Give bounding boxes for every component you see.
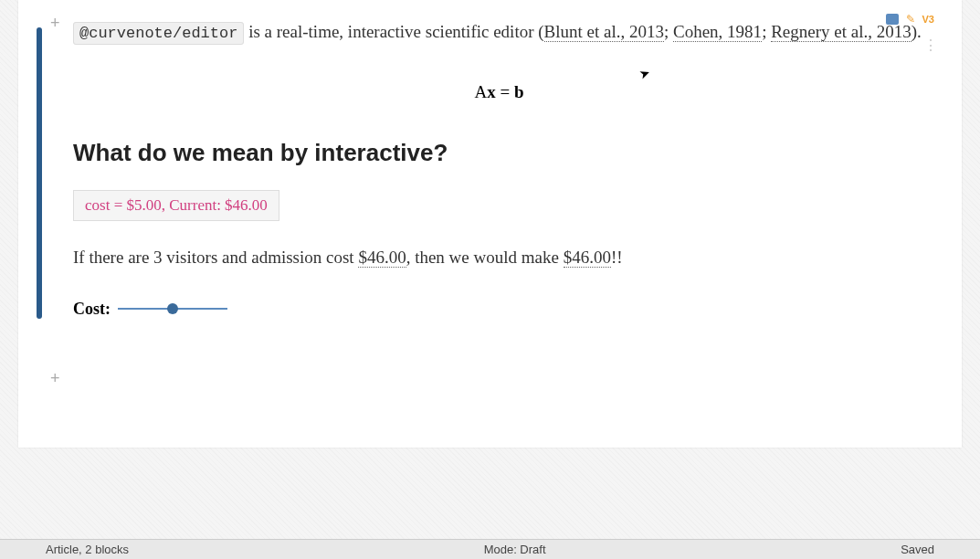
equation-x: x [487, 82, 496, 101]
slider-thumb[interactable] [167, 303, 178, 314]
equation-A: A [474, 82, 487, 101]
citation-1[interactable]: Blunt et al., 2013 [544, 22, 664, 42]
body-paragraph[interactable]: If there are 3 visitors and admission co… [73, 244, 925, 271]
status-left: Article, 2 blocks [46, 543, 129, 556]
status-center: Mode: Draft [484, 543, 546, 556]
slider-row: Cost: [73, 300, 925, 319]
package-code[interactable]: @curvenote/editor [73, 22, 244, 45]
status-bar: Article, 2 blocks Mode: Draft Saved [0, 539, 980, 559]
dynamic-value-revenue[interactable]: $46.00 [564, 248, 611, 268]
add-block-bottom-button[interactable]: + [50, 369, 60, 388]
equation-block[interactable]: Ax = b [73, 82, 925, 102]
cursor-icon: ➤ [637, 64, 652, 82]
citation-3[interactable]: Regnery et al., 2013 [771, 22, 912, 42]
dynamic-value-cost[interactable]: $46.00 [358, 248, 406, 268]
variable-definition-box[interactable]: cost = $5.00, Current: $46.00 [73, 190, 279, 221]
status-right: Saved [901, 543, 934, 556]
equation-b: b [514, 82, 524, 101]
intro-text: is a real-time, interactive scientific e… [244, 22, 543, 41]
cost-slider[interactable] [118, 300, 227, 318]
citation-2[interactable]: Cohen, 1981 [673, 22, 762, 42]
block-handle[interactable] [37, 27, 42, 319]
content-block[interactable]: @curvenote/editor is a real-time, intera… [18, 0, 962, 337]
slider-label: Cost: [73, 300, 111, 319]
editor-container: + ✎ V3 ⋮ @curvenote/editor is a real-tim… [18, 0, 962, 448]
intro-paragraph[interactable]: @curvenote/editor is a real-time, intera… [73, 18, 925, 46]
section-heading[interactable]: What do we mean by interactive? [73, 139, 925, 167]
